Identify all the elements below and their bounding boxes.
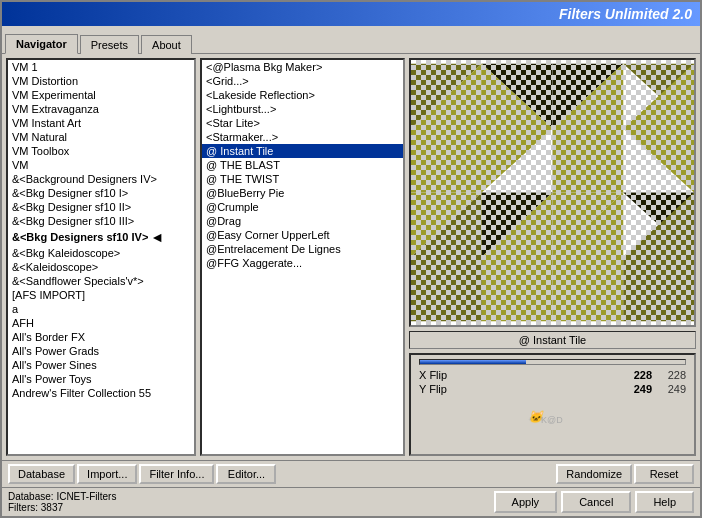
category-list[interactable]: VM 1 VM Distortion VM Experimental VM Ex… [8,60,194,454]
filter-item[interactable]: <Starmaker...> [202,130,403,144]
list-item[interactable]: &<Bkg Designer sf10 II> [8,200,194,214]
footer: Database: ICNET-Filters Filters: 3837 Ap… [2,487,700,516]
list-item[interactable]: a [8,302,194,316]
bottom-toolbar: Database Import... Filter Info... Editor… [2,460,700,487]
preview-label: @ Instant Tile [409,331,696,349]
content-area: VM 1 VM Distortion VM Experimental VM Ex… [2,54,700,460]
filter-item[interactable]: @Drag [202,214,403,228]
tab-presets[interactable]: Presets [80,35,139,54]
title-bar: Filters Unlimited 2.0 [2,2,700,26]
list-item[interactable]: VM 1 [8,60,194,74]
reset-button[interactable]: Reset [634,464,694,484]
cancel-button[interactable]: Cancel [561,491,631,513]
list-item[interactable]: VM [8,158,194,172]
list-item-selected-arrow[interactable]: &<Bkg Designers sf10 IV> ◄ [8,228,194,246]
tab-about[interactable]: About [141,35,192,54]
help-button[interactable]: Help [635,491,694,513]
yflip-label: Y Flip [419,383,617,395]
list-item[interactable]: VM Toolbox [8,144,194,158]
list-item[interactable]: VM Natural [8,130,194,144]
filter-item[interactable]: <Star Lite> [202,116,403,130]
list-item[interactable]: &<Bkg Kaleidoscope> [8,246,194,260]
list-item[interactable]: VM Experimental [8,88,194,102]
list-item[interactable]: VM Instant Art [8,116,194,130]
main-window: Filters Unlimited 2.0 Navigator Presets … [0,0,702,518]
filter-item[interactable]: <Lightburst...> [202,102,403,116]
arrow-icon: ◄ [150,229,164,245]
filter-item-selected[interactable]: @ Instant Tile [202,144,403,158]
progress-bar [419,359,686,365]
filter-item[interactable]: @ THE TWIST [202,172,403,186]
filter-item[interactable]: @Easy Corner UpperLeft [202,228,403,242]
filter-item[interactable]: @Crumple [202,200,403,214]
list-item[interactable]: All's Power Sines [8,358,194,372]
category-list-panel: VM 1 VM Distortion VM Experimental VM Ex… [6,58,196,456]
filter-item[interactable]: @ THE BLAST [202,158,403,172]
import-button[interactable]: Import... [77,464,137,484]
status-filters: Filters: 3837 [8,502,490,513]
database-button[interactable]: Database [8,464,75,484]
filter-list[interactable]: <@Plasma Bkg Maker> <Grid...> <Lakeside … [202,60,403,454]
yflip-display: 249 [656,383,686,395]
xflip-display: 228 [656,369,686,381]
list-item[interactable]: &<Sandflower Specials'v*> [8,274,194,288]
apply-button[interactable]: Apply [494,491,558,513]
tab-navigator[interactable]: Navigator [5,34,78,54]
filter-item[interactable]: <Lakeside Reflection> [202,88,403,102]
list-item[interactable]: All's Border FX [8,330,194,344]
editor-button[interactable]: Editor... [216,464,276,484]
checker-background [411,60,694,325]
filter-list-panel: <@Plasma Bkg Maker> <Grid...> <Lakeside … [200,58,405,456]
list-item[interactable]: &<Kaleidoscope> [8,260,194,274]
progress-fill [420,360,526,364]
filter-item[interactable]: @FFG Xaggerate... [202,256,403,270]
tab-bar: Navigator Presets About [2,26,700,54]
xflip-value: 228 [617,369,652,381]
randomize-button[interactable]: Randomize [556,464,632,484]
list-item[interactable]: &<Bkg Designer sf10 III> [8,214,194,228]
list-item[interactable]: Andrew's Filter Collection 55 [8,386,194,400]
list-item[interactable]: VM Extravaganza [8,102,194,116]
app-title: Filters Unlimited 2.0 [559,6,692,22]
filter-item[interactable]: <Grid...> [202,74,403,88]
filter-info-button[interactable]: Filter Info... [139,464,214,484]
param-row-xflip: X Flip 228 228 [419,369,686,381]
watermark: 🐱 K@D [419,397,686,450]
watermark-logo: 🐱 K@D [523,401,583,441]
xflip-label: X Flip [419,369,617,381]
list-item[interactable]: All's Power Toys [8,372,194,386]
list-item[interactable]: [AFS IMPORT] [8,288,194,302]
filter-item[interactable]: @Entrelacement De Lignes [202,242,403,256]
list-item[interactable]: All's Power Grads [8,344,194,358]
svg-text:K@D: K@D [541,415,563,425]
params-area: X Flip 228 228 Y Flip 249 249 🐱 K@D [409,353,696,456]
right-panel: @ Instant Tile X Flip 228 228 [409,58,696,456]
list-item[interactable]: &<Background Designers IV> [8,172,194,186]
status-database: Database: ICNET-Filters [8,491,490,502]
param-row-yflip: Y Flip 249 249 [419,383,686,395]
list-item[interactable]: VM Distortion [8,74,194,88]
list-item[interactable]: &<Bkg Designer sf10 I> [8,186,194,200]
filter-item[interactable]: <@Plasma Bkg Maker> [202,60,403,74]
status-area: Database: ICNET-Filters Filters: 3837 [8,491,490,513]
progress-bar-container [419,359,686,365]
yflip-value: 249 [617,383,652,395]
list-item[interactable]: AFH [8,316,194,330]
preview-area [409,58,696,327]
filter-item[interactable]: @BlueBerry Pie [202,186,403,200]
